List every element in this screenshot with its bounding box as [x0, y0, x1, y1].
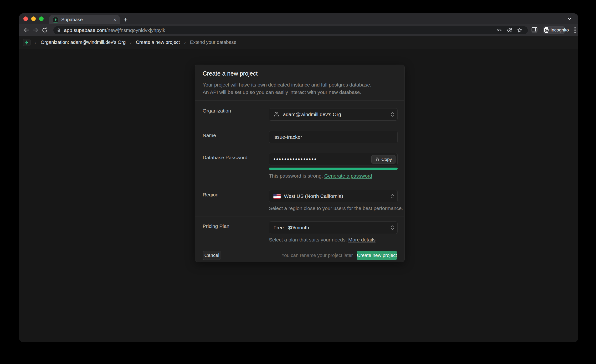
name-input[interactable]: issue-tracker — [269, 131, 398, 143]
bookmark-star-icon[interactable] — [517, 27, 522, 33]
zoom-window-button[interactable] — [39, 16, 44, 21]
description-line-2: An API will be set up so you can easily … — [203, 89, 372, 96]
panel-description: Your project will have its own dedicated… — [203, 81, 372, 96]
section-divider — [195, 148, 404, 148]
browser-menu-kebab-icon[interactable] — [573, 26, 577, 34]
breadcrumb-organization[interactable]: Organization: adam@windmill.dev's Org — [41, 40, 126, 45]
chevron-up-down-icon — [390, 111, 395, 118]
pricing-plan-value: Free - $0/month — [273, 225, 309, 230]
url-path: /new/jfnsmqoynldvxjyhpylk — [106, 27, 165, 33]
create-project-panel: Create a new project Your project will h… — [195, 65, 405, 262]
browser-window: Supabase × + app.supabase.com/new/jfnsmq… — [19, 13, 578, 342]
pricing-helper: Select a plan that suits your needs. Mor… — [269, 237, 375, 243]
users-icon — [273, 111, 280, 118]
app-header: › Organization: adam@windmill.dev's Org … — [19, 36, 578, 49]
section-divider — [195, 185, 404, 185]
breadcrumb-create-project[interactable]: Create a new project — [136, 40, 180, 45]
chevron-up-down-icon — [390, 193, 395, 199]
cancel-button[interactable]: Cancel — [203, 251, 221, 260]
region-helper: Select a region close to your users for … — [269, 205, 403, 212]
region-label: Region — [203, 192, 219, 198]
tab-strip: Supabase × + — [19, 13, 578, 24]
breadcrumb-separator: › — [35, 40, 37, 45]
back-button[interactable] — [22, 25, 31, 35]
database-password-input[interactable]: •••••••••••••••• Copy — [269, 153, 398, 165]
incognito-spy-icon — [544, 27, 549, 33]
copy-button-label: Copy — [381, 157, 392, 162]
copy-password-button[interactable]: Copy — [372, 155, 395, 163]
organization-label: Organization — [203, 108, 231, 114]
tab-title: Supabase — [61, 17, 113, 22]
minimize-window-button[interactable] — [31, 16, 36, 21]
url-domain: app.supabase.com — [64, 27, 106, 33]
eye-off-icon[interactable] — [507, 27, 513, 33]
section-divider — [195, 100, 404, 101]
window-controls — [23, 16, 44, 21]
us-flag-icon — [273, 194, 281, 199]
organization-select[interactable]: adam@windmill.dev's Org — [269, 108, 398, 121]
name-label: Name — [203, 132, 216, 139]
tab-close-icon[interactable]: × — [113, 17, 116, 22]
tab-search-chevron-icon[interactable] — [567, 16, 572, 22]
region-value: West US (North California) — [284, 193, 343, 199]
breadcrumb-separator: › — [130, 40, 132, 45]
description-line-1: Your project will have its own dedicated… — [203, 81, 372, 89]
new-tab-button[interactable]: + — [124, 16, 128, 24]
reload-button[interactable] — [40, 25, 49, 35]
chevron-up-down-icon — [390, 224, 395, 231]
forward-button[interactable] — [31, 25, 40, 35]
url-text: app.supabase.com/new/jfnsmqoynldvxjyhpyl… — [64, 27, 165, 33]
password-helper: This password is strong. Generate a pass… — [269, 173, 372, 179]
lock-icon — [57, 28, 61, 33]
password-strength-bar — [269, 168, 398, 170]
organization-value: adam@windmill.dev's Org — [283, 111, 341, 117]
pricing-helper-text: Select a plan that suits your needs. — [269, 237, 347, 242]
more-details-link[interactable]: More details — [348, 237, 375, 242]
incognito-badge: Incognito — [543, 26, 566, 34]
footer-actions: You can rename your project later Create… — [282, 251, 397, 260]
rename-note: You can rename your project later — [282, 253, 353, 258]
browser-tab[interactable]: Supabase × — [49, 15, 120, 24]
section-divider — [195, 216, 404, 216]
panel-title: Create a new project — [203, 70, 258, 77]
close-window-button[interactable] — [23, 16, 28, 21]
pricing-plan-select[interactable]: Free - $0/month — [269, 222, 398, 234]
name-value: issue-tracker — [273, 134, 302, 140]
section-divider — [195, 126, 404, 126]
copy-icon — [375, 157, 379, 162]
side-panel-icon[interactable] — [531, 26, 538, 34]
browser-toolbar: app.supabase.com/new/jfnsmqoynldvxjyhpyl… — [19, 24, 578, 36]
database-password-label: Database Password — [203, 155, 247, 161]
pricing-plan-label: Pricing Plan — [203, 223, 229, 229]
password-strength-text: This password is strong. — [269, 173, 323, 178]
breadcrumb-separator: › — [184, 40, 186, 45]
breadcrumb-extend-database: Extend your database — [190, 40, 237, 45]
key-icon[interactable] — [497, 28, 502, 33]
generate-password-link[interactable]: Generate a password — [324, 173, 372, 178]
section-divider — [195, 247, 404, 247]
supabase-logo-icon[interactable] — [23, 39, 30, 46]
create-new-project-button[interactable]: Create new project — [357, 251, 397, 260]
supabase-favicon-icon — [53, 17, 58, 23]
incognito-label: Incognito — [551, 27, 569, 33]
password-masked-value: •••••••••••••••• — [273, 156, 317, 163]
region-select[interactable]: West US (North California) — [269, 190, 398, 202]
address-bar[interactable]: app.supabase.com/new/jfnsmqoynldvxjyhpyl… — [53, 26, 528, 34]
